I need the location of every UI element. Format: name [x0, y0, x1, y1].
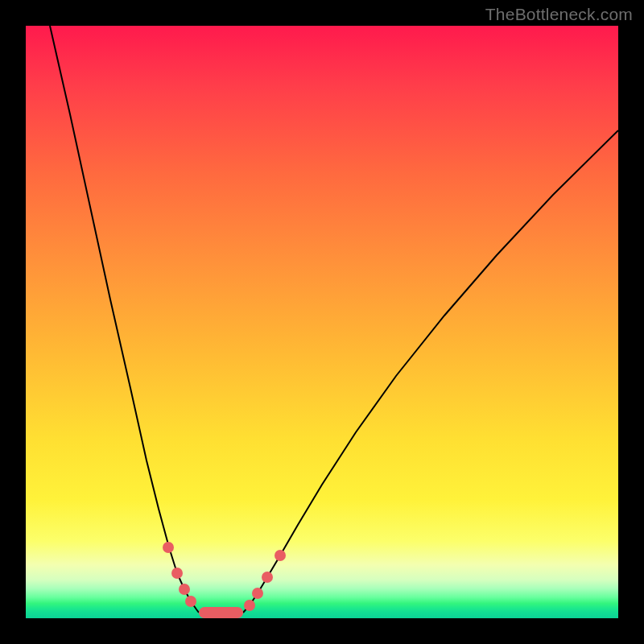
curve-right	[243, 130, 618, 613]
bead-marker	[244, 600, 255, 611]
bead-marker	[275, 550, 286, 561]
bead-marker	[185, 596, 196, 607]
bead-marker	[163, 542, 174, 553]
chart-frame: TheBottleneck.com	[0, 0, 644, 644]
curve-left	[50, 26, 199, 613]
minimum-pill	[199, 607, 243, 618]
bead-marker	[262, 572, 273, 583]
bead-marker	[171, 568, 183, 579]
plot-area	[26, 26, 618, 618]
bead-marker	[179, 584, 190, 595]
curve-layer	[26, 26, 618, 618]
watermark-text: TheBottleneck.com	[485, 5, 633, 24]
bead-markers	[163, 542, 286, 611]
bead-marker	[252, 588, 263, 599]
